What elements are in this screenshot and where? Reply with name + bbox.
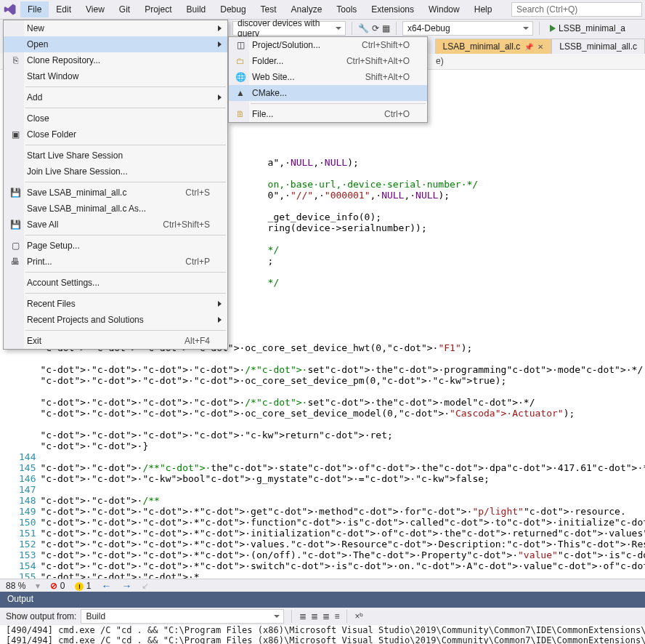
save-icon: 💾	[7, 185, 24, 201]
menu-help[interactable]: Help	[467, 1, 500, 17]
close-icon[interactable]: ✕	[538, 43, 543, 51]
solution-icon: ◫	[232, 37, 249, 53]
output-from-label: Show output from:	[6, 611, 76, 621]
file-menu-dropdown: New Open ⎘Clone Repository... Start Wind…	[3, 20, 228, 350]
tab-label: LSAB_minimal_all.c	[443, 41, 521, 52]
pin-icon[interactable]: 📌	[524, 43, 533, 51]
editor-status-bar: 88 % ▾ ⊘ 0 ! 1 ← → ↙	[0, 579, 645, 592]
file-recent-projects[interactable]: Recent Projects and Solutions	[4, 312, 227, 328]
menu-project[interactable]: Project	[137, 1, 179, 17]
play-icon	[550, 25, 556, 32]
open-project[interactable]: ◫Project/Solution...Ctrl+Shift+O	[229, 37, 427, 53]
output-tool-icon[interactable]: ≣	[299, 611, 307, 621]
tab-label: LSSB_minimal_all.c	[559, 41, 637, 52]
output-toolbar: Show output from: Build ≣ ≣ ≣ ≡ ×ᵇ	[0, 608, 645, 625]
menu-git[interactable]: Git	[112, 1, 137, 17]
menu-edit[interactable]: Edit	[49, 1, 78, 17]
tab-lssb[interactable]: LSSB_minimal_all.c	[551, 39, 645, 54]
open-submenu-dropdown: ◫Project/Solution...Ctrl+Shift+O 🗀Folder…	[228, 36, 428, 123]
search-input[interactable]: Search (Ctrl+Q)	[511, 2, 642, 17]
file-start-live-share[interactable]: Start Live Share Session	[4, 148, 227, 164]
open-website[interactable]: 🌐Web Site...Shift+Alt+O	[229, 69, 427, 85]
error-count: 0	[60, 581, 65, 591]
file-save-as[interactable]: Save LSAB_minimal_all.c As...	[4, 201, 227, 217]
file-recent-files[interactable]: Recent Files	[4, 296, 227, 312]
action-combo[interactable]: discover devices with query	[232, 21, 346, 36]
globe-icon: 🌐	[232, 69, 249, 85]
output-source-combo[interactable]: Build	[81, 609, 284, 624]
folder-icon: 🗀	[232, 53, 249, 69]
separator	[396, 22, 397, 35]
run-button[interactable]: LSSB_minimal_a	[545, 22, 630, 35]
menu-extensions[interactable]: Extensions	[364, 1, 421, 17]
open-cmake[interactable]: ▲CMake...	[229, 85, 427, 101]
output-tool-icon[interactable]: ×ᵇ	[354, 611, 363, 621]
tool-icon[interactable]: ⟳	[372, 23, 379, 33]
menu-window[interactable]: Window	[421, 1, 467, 17]
output-tool-icon[interactable]: ≣	[322, 611, 330, 621]
open-folder[interactable]: 🗀Folder...Ctrl+Shift+Alt+O	[229, 53, 427, 69]
error-icon[interactable]: ⊘	[50, 581, 57, 591]
output-text[interactable]: [490/494] cmd.exe /C "cd . && "C:\Progra…	[0, 625, 645, 644]
separator	[539, 22, 540, 35]
menu-view[interactable]: View	[78, 1, 112, 17]
run-target-label: LSSB_minimal_a	[559, 23, 625, 33]
output-panel-header[interactable]: Output	[0, 592, 645, 608]
tool-icon[interactable]: 🔧	[358, 23, 369, 33]
file-clone[interactable]: ⎘Clone Repository...	[4, 52, 227, 68]
warning-count: 1	[86, 581, 92, 591]
file-print[interactable]: 🖶Print...Ctrl+P	[4, 254, 227, 270]
file-save[interactable]: 💾Save LSAB_minimal_all.cCtrl+S	[4, 185, 227, 201]
file-save-all[interactable]: 💾Save AllCtrl+Shift+S	[4, 217, 227, 233]
output-tool-icon[interactable]: ≣	[311, 611, 318, 621]
menu-test[interactable]: Test	[253, 1, 284, 17]
vs-logo-icon	[0, 0, 20, 20]
file-start-window[interactable]: Start Window	[4, 68, 227, 84]
file-open[interactable]: Open	[4, 36, 227, 52]
menu-debug[interactable]: Debug	[213, 1, 253, 17]
warning-icon[interactable]: !	[75, 582, 84, 591]
chevron-right-icon	[218, 317, 222, 323]
zoom-level[interactable]: 88 %	[6, 581, 25, 591]
menu-file[interactable]: File	[20, 1, 49, 17]
open-file[interactable]: 🗎File...Ctrl+O	[229, 106, 427, 122]
file-exit[interactable]: ExitAlt+F4	[4, 333, 227, 349]
nav-forward-icon[interactable]: →	[121, 580, 131, 592]
output-tool-icon[interactable]: ≡	[334, 611, 339, 621]
tool-icon[interactable]: ▦	[382, 23, 390, 33]
chevron-right-icon	[218, 301, 222, 307]
nav-back-icon[interactable]: ←	[101, 580, 111, 592]
menu-build[interactable]: Build	[179, 1, 214, 17]
repo-icon: ⎘	[7, 52, 24, 68]
menu-analyze[interactable]: Analyze	[284, 1, 330, 17]
folder-icon: ▣	[7, 126, 24, 142]
file-close-folder[interactable]: ▣Close Folder	[4, 126, 227, 142]
file-close[interactable]: Close	[4, 110, 227, 126]
file-new[interactable]: New	[4, 20, 227, 36]
file-page-setup[interactable]: ▢Page Setup...	[4, 238, 227, 254]
chevron-right-icon	[218, 41, 222, 47]
file-account-settings[interactable]: Account Settings...	[4, 275, 227, 291]
config-combo[interactable]: x64-Debug	[402, 21, 533, 36]
print-icon: 🖶	[7, 254, 24, 270]
file-add[interactable]: Add	[4, 89, 227, 105]
chevron-right-icon	[218, 25, 222, 31]
tab-lsab[interactable]: LSAB_minimal_all.c 📌 ✕	[435, 39, 552, 54]
separator	[352, 22, 352, 35]
file-icon: 🗎	[232, 106, 249, 122]
page-icon: ▢	[7, 238, 24, 254]
chevron-right-icon	[218, 94, 222, 100]
nav-icon: ↙	[142, 581, 149, 591]
cmake-icon: ▲	[232, 85, 249, 101]
file-join-live-share[interactable]: Join Live Share Session...	[4, 164, 227, 180]
save-all-icon: 💾	[7, 217, 24, 233]
menu-tools[interactable]: Tools	[329, 1, 364, 17]
